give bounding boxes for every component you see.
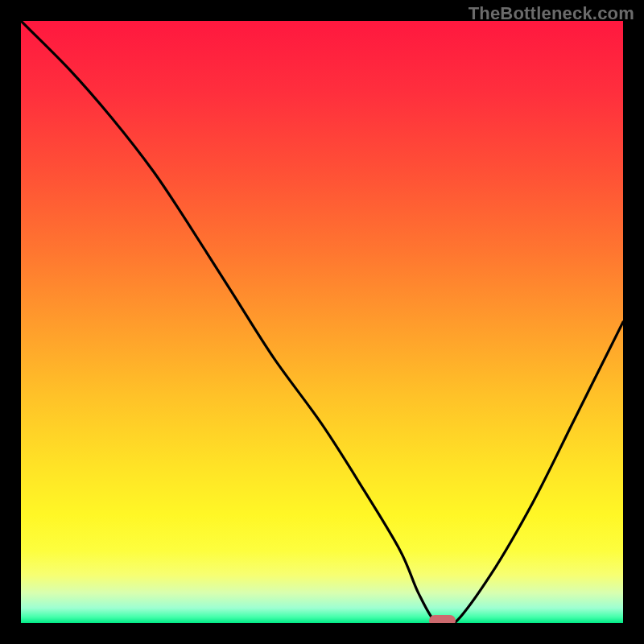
watermark-text: TheBottleneck.com bbox=[469, 3, 634, 24]
optimal-marker bbox=[429, 615, 456, 623]
chart-frame: TheBottleneck.com bbox=[0, 0, 644, 644]
bottleneck-curve bbox=[21, 21, 623, 623]
plot-area bbox=[21, 21, 623, 623]
